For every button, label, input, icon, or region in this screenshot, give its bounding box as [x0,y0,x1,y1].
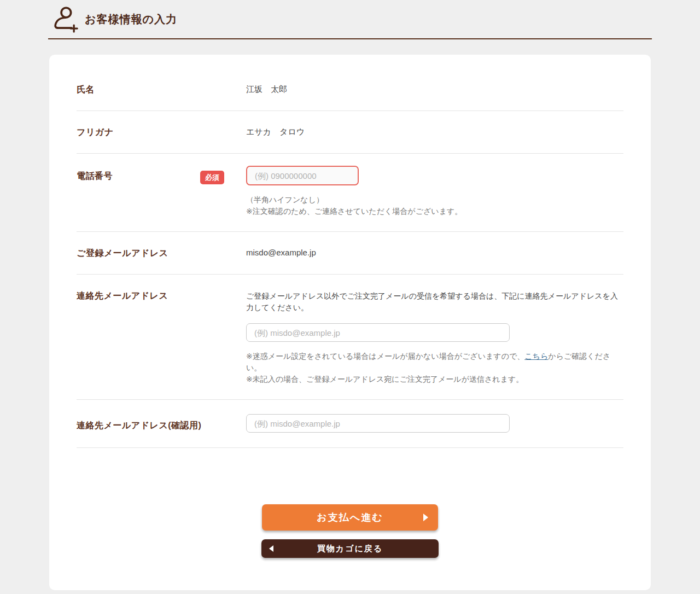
name-label: 氏名 [77,84,95,96]
arrow-right-icon [423,514,428,521]
arrow-left-icon [269,545,273,552]
name-value: 江坂 太郎 [246,84,287,94]
row-name: 氏名 江坂 太郎 [77,68,623,111]
contact-email-confirm-label: 連絡先メールアドレス(確認用) [77,420,201,432]
actions-area: お支払へ進む 買物カゴに戻る [77,504,623,590]
registered-email-label: ご登録メールアドレス [77,248,168,259]
row-furigana: フリガナ エサカ タロウ [77,111,623,154]
required-badge: 必須 [200,171,224,184]
phone-label: 電話番号 [77,171,113,182]
contact-email-confirm-input[interactable] [246,414,510,433]
registered-email-value: misdo@example.jp [246,248,316,257]
contact-email-label: 連絡先メールアドレス [77,290,168,302]
kochira-link[interactable]: こちら [524,352,548,360]
furigana-value: エサカ タロウ [246,127,305,136]
proceed-button-label: お支払へ進む [317,511,383,524]
contact-email-description: ご登録メールアドレス以外でご注文完了メールの受信を希望する場合は、下記に連絡先メ… [246,290,623,313]
row-phone: 電話番号 必須 （半角ハイフンなし） ※注文確認のため、ご連絡させていただく場合… [77,154,623,232]
row-contact-email-confirm: 連絡先メールアドレス(確認用) [77,400,623,448]
phone-note-contact: ※注文確認のため、ご連絡させていただく場合がございます。 [246,206,623,217]
furigana-label: フリガナ [77,127,114,138]
contact-email-note-spam: ※迷惑メール設定をされている場合はメールが届かない場合がございますので、こちらか… [246,351,623,374]
person-add-icon [52,5,78,33]
contact-email-note-blank: ※未記入の場合、ご登録メールアドレス宛にご注文完了メールが送信されます。 [246,374,623,385]
back-to-cart-button[interactable]: 買物カゴに戻る [261,539,439,558]
page-title: お客様情報の入力 [85,12,177,27]
customer-info-card: 氏名 江坂 太郎 フリガナ エサカ タロウ 電話番号 必須 （半角ハイフンなし）… [49,55,651,590]
back-button-label: 買物カゴに戻る [317,544,383,554]
phone-note-format: （半角ハイフンなし） [246,194,623,206]
row-registered-email: ご登録メールアドレス misdo@example.jp [77,232,623,275]
contact-email-input[interactable] [246,323,510,342]
phone-input[interactable] [246,166,359,185]
row-contact-email: 連絡先メールアドレス ご登録メールアドレス以外でご注文完了メールの受信を希望する… [77,275,623,400]
proceed-to-payment-button[interactable]: お支払へ進む [262,504,438,531]
page-header: お客様情報の入力 [48,0,652,39]
